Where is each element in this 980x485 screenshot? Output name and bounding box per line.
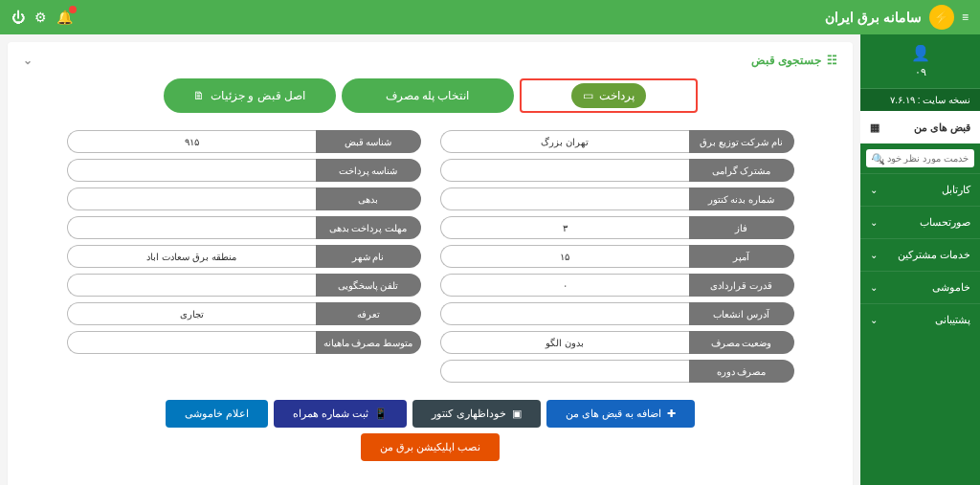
sidebar-head-bills[interactable]: قبض های من ▦ (860, 111, 980, 143)
fields-col-right: نام شرکت توزیع برقتهران بزرگمشترک گرامیش… (440, 130, 794, 383)
field-value: ۹۱۵ (67, 130, 316, 153)
field-value: ۰ (440, 274, 689, 297)
field-label: تعرفه (316, 302, 421, 325)
gear-icon[interactable]: ⚙ (34, 10, 47, 25)
field-label: شناسه قبض (316, 130, 421, 153)
field-label: شناسه پرداخت (316, 159, 421, 182)
field-value (67, 159, 316, 182)
field-label: مصرف دوره (689, 360, 794, 383)
field-row: فاز۳ (440, 216, 794, 239)
field-value (67, 274, 316, 297)
field-value: بدون الگو (440, 331, 689, 354)
field-value: تهران بزرگ (440, 130, 689, 153)
install-app-button[interactable]: نصب اپلیکیشن برق من (361, 433, 500, 461)
chevron-down-icon: ⌄ (870, 217, 878, 228)
field-label: قدرت قراردادی (689, 274, 794, 297)
field-value: تجاری (67, 302, 316, 325)
bell-icon[interactable]: 🔔 (56, 10, 73, 25)
sidebar-item-services[interactable]: خدمات مشترکین⌄ (860, 238, 980, 271)
field-label: متوسط مصرف ماهیانه (316, 331, 421, 354)
chevron-down-icon: ⌄ (870, 250, 878, 260)
field-label: فاز (689, 216, 794, 239)
chevron-down-icon: ⌄ (870, 185, 878, 195)
field-value (440, 159, 689, 182)
field-label: آدرس انشعاب (689, 302, 794, 325)
menu-toggle-icon[interactable]: ≡ (962, 11, 969, 24)
field-row: متوسط مصرف ماهیانه (67, 331, 421, 354)
tab-detail[interactable]: اصل قبض و جزئیات 🗎 (164, 78, 336, 113)
field-row: شناسه پرداخت (67, 159, 421, 182)
sidebar: 👤 ۰۹ نسخه سایت : ۷.۶.۱۹ قبض های من ▦ 🔍 ک… (860, 34, 980, 485)
field-row: شماره بدنه کنتور (440, 187, 794, 210)
field-label: مشترک گرامی (689, 159, 794, 182)
brand-title: سامانه برق ایران (825, 10, 922, 25)
field-value (440, 360, 689, 383)
field-label: مهلت پرداخت بدهی (316, 216, 421, 239)
fields-col-left: شناسه قبض۹۱۵شناسه پرداختبدهیمهلت پرداخت … (67, 130, 421, 383)
field-value (67, 187, 316, 210)
field-row: مهلت پرداخت بدهی (67, 216, 421, 239)
tab-payment[interactable]: پرداخت ▭ (520, 78, 698, 113)
grid-icon: ▦ (870, 121, 880, 134)
field-label: تلفن پاسخگویی (316, 274, 421, 297)
field-row: آمپر۱۵ (440, 245, 794, 268)
card-title: جستجوی قبض (751, 54, 821, 67)
field-value (440, 302, 689, 325)
logout-icon[interactable]: ⏻ (11, 10, 25, 25)
field-value: ۳ (440, 216, 689, 239)
field-label: وضعیت مصرف (689, 331, 794, 354)
field-value: ۱۵ (440, 245, 689, 268)
field-value (67, 216, 316, 239)
chevron-down-icon: ⌄ (870, 282, 878, 293)
field-row: بدهی (67, 187, 421, 210)
meter-reading-button[interactable]: ▣خوداظهاری کنتور (412, 400, 540, 428)
register-mobile-button[interactable]: 📱ثبت شماره همراه (274, 400, 407, 428)
field-value (67, 331, 316, 354)
sidebar-item-support[interactable]: پشتیبانی⌄ (860, 303, 980, 336)
report-outage-button[interactable]: اعلام خاموشی (166, 400, 268, 428)
field-label: شماره بدنه کنتور (689, 187, 794, 210)
tab-step[interactable]: انتخاب پله مصرف (342, 78, 514, 113)
add-to-bills-button[interactable]: ✚اضافه به قبض های من (546, 400, 695, 428)
plus-icon: ✚ (667, 408, 676, 420)
sidebar-user: 👤 ۰۹ (860, 34, 980, 89)
field-label: نام شهر (316, 245, 421, 268)
field-row: نام شرکت توزیع برقتهران بزرگ (440, 130, 794, 153)
chevron-down-icon: ⌄ (870, 315, 878, 325)
field-row: تعرفهتجاری (67, 302, 421, 325)
field-row: مشترک گرامی (440, 159, 794, 182)
sidebar-item-outage[interactable]: خاموشی⌄ (860, 271, 980, 303)
field-row: نام شهرمنطقه برق سعادت اباد (67, 245, 421, 268)
field-row: مصرف دوره (440, 360, 794, 383)
user-icon: 👤 (870, 44, 970, 62)
version-label: نسخه سایت : ۷.۶.۱۹ (860, 89, 980, 111)
phone-icon: 📱 (374, 408, 388, 420)
field-label: نام شرکت توزیع برق (689, 130, 794, 153)
field-row: شناسه قبض۹۱۵ (67, 130, 421, 153)
field-row: آدرس انشعاب (440, 302, 794, 325)
field-row: قدرت قراردادی۰ (440, 274, 794, 297)
field-value (440, 187, 689, 210)
filter-icon: ☷ (827, 54, 837, 67)
user-code: ۰۹ (870, 66, 970, 78)
search-icon[interactable]: 🔍 (872, 153, 885, 165)
field-row: وضعیت مصرفبدون الگو (440, 331, 794, 354)
meter-icon: ▣ (512, 408, 522, 420)
field-label: بدهی (316, 187, 421, 210)
logo: ⚡ (929, 5, 954, 30)
field-value: منطقه برق سعادت اباد (67, 245, 316, 268)
field-label: آمپر (689, 245, 794, 268)
card-icon: ▭ (583, 89, 593, 102)
collapse-icon[interactable]: ⌄ (23, 54, 33, 67)
sidebar-item-cartable[interactable]: کارتابل⌄ (860, 173, 980, 206)
receipt-icon: 🗎 (193, 89, 205, 102)
field-row: تلفن پاسخگویی (67, 274, 421, 297)
sidebar-item-invoice[interactable]: صورتحساب⌄ (860, 206, 980, 238)
